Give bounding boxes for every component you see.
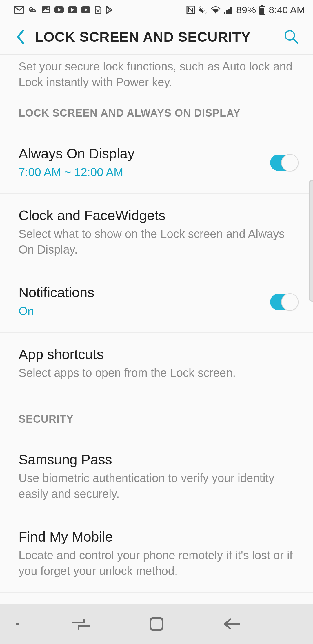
toggle-always-on-display[interactable]	[270, 155, 298, 171]
row-subtitle: On	[19, 303, 252, 319]
signal-icon	[224, 6, 233, 14]
mute-icon	[199, 6, 207, 14]
wifi-icon	[211, 6, 221, 14]
row-title: App shortcuts	[19, 346, 294, 362]
nav-expand-dot[interactable]	[0, 622, 35, 626]
row-notifications[interactable]: Notifications On	[0, 271, 313, 332]
row-always-on-display[interactable]: Always On Display 7:00 AM ~ 12:00 AM	[0, 132, 313, 193]
play-store-icon	[105, 6, 113, 14]
row-subtitle: Locate and control your phone remotely i…	[19, 548, 294, 579]
section-header-lockscreen: LOCK SCREEN AND ALWAYS ON DISPLAY	[0, 103, 313, 124]
recents-icon	[71, 617, 91, 631]
search-button[interactable]	[281, 27, 301, 47]
youtube-icon	[54, 6, 64, 13]
gmail-icon	[14, 6, 24, 14]
svg-rect-12	[228, 9, 230, 14]
svg-line-18	[293, 39, 297, 43]
clock-text: 8:40 AM	[269, 4, 305, 16]
divider	[248, 113, 294, 113]
home-icon	[149, 616, 164, 632]
row-subtitle: Use biometric authentication to verify y…	[19, 471, 294, 502]
toggle-notifications[interactable]	[270, 294, 298, 310]
nfc-icon	[186, 6, 195, 14]
gallery-icon	[42, 6, 50, 14]
section-header-label: SECURITY	[19, 413, 74, 425]
row-clock-facewidgets[interactable]: Clock and FaceWidgets Select what to sho…	[0, 193, 313, 271]
row-title: Clock and FaceWidgets	[19, 207, 294, 223]
status-right: 89% 8:40 AM	[186, 4, 305, 16]
divider	[260, 292, 260, 312]
back-button[interactable]	[9, 25, 32, 48]
navigation-bar	[0, 604, 313, 644]
chevron-left-icon	[15, 29, 26, 45]
row-subtitle: 7:00 AM ~ 12:00 AM	[19, 164, 252, 180]
row-title: Notifications	[19, 285, 252, 301]
weather-icon	[28, 6, 38, 14]
row-app-shortcuts[interactable]: App shortcuts Select apps to open from t…	[0, 332, 313, 394]
back-nav-button[interactable]	[203, 609, 261, 638]
back-icon	[223, 617, 241, 631]
toggle-wrap	[260, 153, 298, 172]
section-header-label: LOCK SCREEN AND ALWAYS ON DISPLAY	[19, 107, 241, 119]
toggle-wrap	[260, 292, 298, 312]
svg-point-3	[47, 7, 49, 9]
svg-rect-16	[260, 8, 264, 14]
app-bar: LOCK SCREEN AND SECURITY	[0, 20, 313, 54]
sim-icon	[94, 6, 101, 14]
row-title: Always On Display	[19, 146, 252, 162]
youtube-icon	[68, 6, 77, 13]
svg-rect-11	[226, 10, 228, 14]
svg-rect-13	[230, 7, 232, 14]
battery-icon	[259, 5, 265, 15]
section-header-security: SECURITY	[0, 409, 313, 430]
scroll-handle[interactable]	[309, 180, 313, 302]
intro-text: Set your secure lock functions, such as …	[0, 55, 313, 103]
status-left-icons	[14, 6, 113, 14]
row-find-my-mobile[interactable]: Find My Mobile Locate and control your p…	[0, 515, 313, 592]
divider	[81, 419, 294, 419]
row-title: Find My Mobile	[19, 529, 294, 545]
svg-rect-20	[150, 618, 163, 630]
battery-percent: 89%	[236, 4, 256, 16]
svg-rect-10	[224, 12, 225, 14]
svg-point-19	[16, 623, 19, 625]
status-bar: 89% 8:40 AM	[0, 0, 313, 20]
search-icon	[283, 29, 299, 45]
row-subtitle: Select apps to open from the Lock screen…	[19, 365, 294, 381]
row-subtitle: Select what to show on the Lock screen a…	[19, 226, 294, 257]
divider	[260, 153, 260, 172]
settings-content: Set your secure lock functions, such as …	[0, 54, 313, 644]
recent-apps-button[interactable]	[52, 609, 110, 638]
row-samsung-pass[interactable]: Samsung Pass Use biometric authenticatio…	[0, 438, 313, 515]
home-button[interactable]	[128, 609, 185, 638]
row-title: Samsung Pass	[19, 452, 294, 468]
page-title: LOCK SCREEN AND SECURITY	[35, 29, 251, 45]
youtube-icon	[81, 6, 90, 13]
